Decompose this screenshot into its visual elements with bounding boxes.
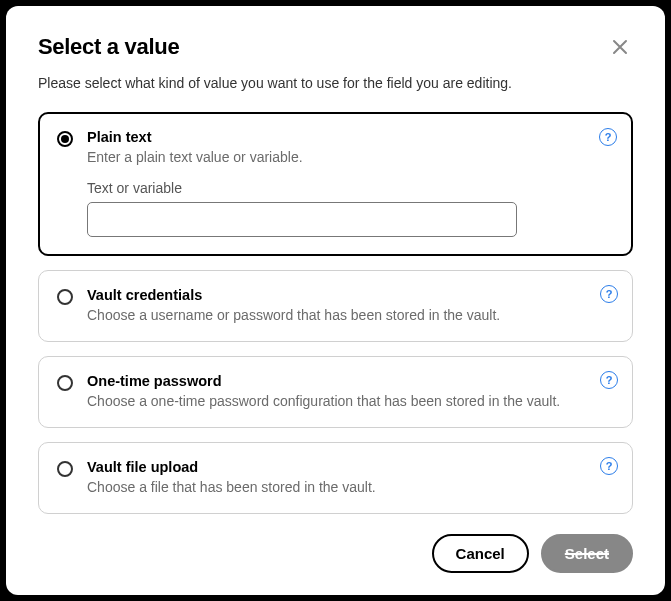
help-button-plain-text[interactable]: ? — [599, 128, 617, 146]
help-button-vault-credentials[interactable]: ? — [600, 285, 618, 303]
dialog-title: Select a value — [38, 34, 179, 60]
option-title: Plain text — [87, 129, 614, 145]
help-icon: ? — [605, 131, 612, 143]
help-icon: ? — [606, 288, 613, 300]
option-content: Vault file upload Choose a file that has… — [87, 459, 614, 497]
option-desc: Enter a plain text value or variable. — [87, 148, 614, 167]
radio-vault-file-upload[interactable] — [57, 461, 73, 477]
dialog-subtitle: Please select what kind of value you wan… — [38, 74, 633, 94]
option-desc: Choose a file that has been stored in th… — [87, 478, 614, 497]
help-button-vault-file-upload[interactable]: ? — [600, 457, 618, 475]
option-title: Vault file upload — [87, 459, 614, 475]
option-title: Vault credentials — [87, 287, 614, 303]
dialog-header: Select a value — [38, 34, 633, 60]
plain-text-input-group: Text or variable — [87, 180, 614, 237]
option-desc: Choose a username or password that has b… — [87, 306, 614, 325]
option-vault-credentials[interactable]: Vault credentials Choose a username or p… — [38, 270, 633, 342]
cancel-button[interactable]: Cancel — [432, 534, 529, 573]
radio-one-time-password[interactable] — [57, 375, 73, 391]
radio-vault-credentials[interactable] — [57, 289, 73, 305]
radio-plain-text[interactable] — [57, 131, 73, 147]
close-button[interactable] — [607, 34, 633, 60]
help-icon: ? — [606, 374, 613, 386]
option-desc: Choose a one-time password configuration… — [87, 392, 614, 411]
option-content: One-time password Choose a one-time pass… — [87, 373, 614, 411]
select-value-dialog: Select a value Please select what kind o… — [6, 6, 665, 595]
close-icon — [611, 38, 629, 56]
option-vault-file-upload[interactable]: Vault file upload Choose a file that has… — [38, 442, 633, 514]
option-content: Plain text Enter a plain text value or v… — [87, 129, 614, 167]
help-icon: ? — [606, 460, 613, 472]
input-label: Text or variable — [87, 180, 614, 196]
plain-text-input[interactable] — [87, 202, 517, 237]
option-content: Vault credentials Choose a username or p… — [87, 287, 614, 325]
select-button[interactable]: Select — [541, 534, 633, 573]
option-one-time-password[interactable]: One-time password Choose a one-time pass… — [38, 356, 633, 428]
dialog-footer: Cancel Select — [432, 534, 633, 573]
option-plain-text[interactable]: Plain text Enter a plain text value or v… — [38, 112, 633, 257]
options-list: Plain text Enter a plain text value or v… — [38, 112, 633, 515]
help-button-one-time-password[interactable]: ? — [600, 371, 618, 389]
option-title: One-time password — [87, 373, 614, 389]
